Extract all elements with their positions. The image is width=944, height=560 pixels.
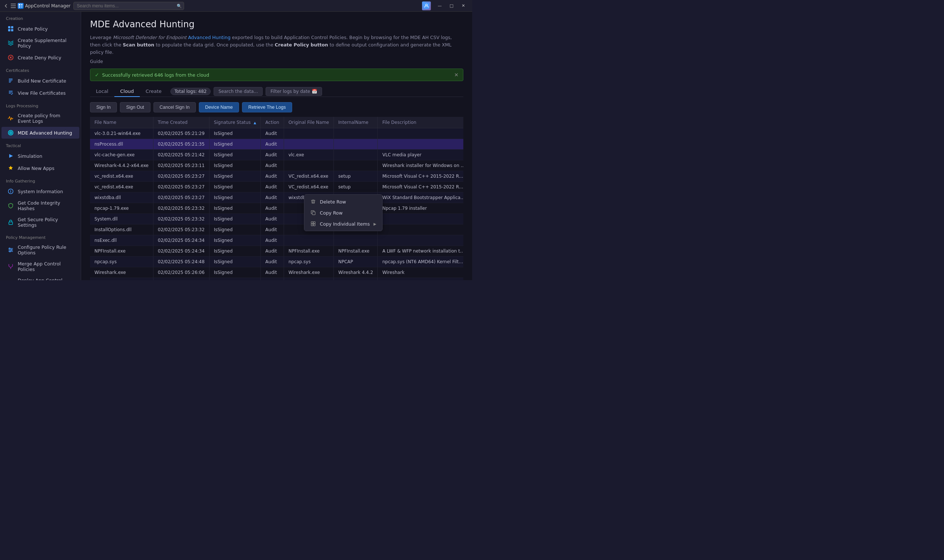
sign-in-button[interactable]: Sign In xyxy=(90,102,117,112)
tab-local[interactable]: Local xyxy=(90,86,114,97)
copy-items-icon xyxy=(310,221,316,227)
sidebar-item-configure-rules[interactable]: Configure Policy Rule Options xyxy=(2,242,79,258)
banner-close-button[interactable]: ✕ xyxy=(454,72,458,78)
cell-0: npcap-1.79.exe xyxy=(90,203,153,214)
svg-point-14 xyxy=(8,131,13,135)
sidebar-item-deploy[interactable]: Deploy App Control Policy xyxy=(2,275,79,280)
sidebar-item-label-sysinfo: System Information xyxy=(18,189,63,194)
sidebar-item-create-policy[interactable]: Create Policy xyxy=(2,23,79,35)
cell-1: 02/02/2025 05:24:34 xyxy=(153,235,209,246)
advanced-hunting-link[interactable]: Advanced Hunting xyxy=(188,35,231,40)
context-delete-row[interactable]: Delete Row xyxy=(306,196,381,207)
table-row[interactable]: npcap-1.79.exe02/02/2025 05:23:32IsSigne… xyxy=(90,203,463,214)
svg-rect-0 xyxy=(11,4,16,5)
cell-6 xyxy=(378,214,463,225)
maximize-button[interactable]: □ xyxy=(446,1,457,11)
table-row[interactable]: wixstdba.dll02/02/2025 05:23:27IsSignedA… xyxy=(90,192,463,203)
cell-6 xyxy=(378,128,463,139)
svg-rect-6 xyxy=(21,6,23,8)
col-filename[interactable]: File Name xyxy=(90,117,153,128)
cell-6: Microsoft Visual C++ 2015-2022 Redistrib… xyxy=(378,182,463,192)
retrieve-logs-button[interactable]: Retrieve The Logs xyxy=(242,102,292,112)
sidebar-item-event-logs[interactable]: Create policy from Event Logs xyxy=(2,110,79,126)
search-data-button[interactable]: Search the data... xyxy=(214,87,263,96)
cell-4: NPFInstall.exe xyxy=(284,246,333,257)
cell-0: vlc-3.0.21-win64.exe xyxy=(90,128,153,139)
close-button[interactable]: ✕ xyxy=(457,1,469,11)
cell-2: IsSigned xyxy=(209,257,261,267)
search-bar: 🔍 xyxy=(73,2,184,10)
col-time[interactable]: Time Created xyxy=(153,117,209,128)
cell-1: 02/02/2025 05:23:27 xyxy=(153,171,209,182)
table-row[interactable]: vlc-3.0.21-win64.exe02/02/2025 05:21:29I… xyxy=(90,128,463,139)
table-row[interactable]: Wireshark-4.4.2-x64.exe02/02/2025 05:23:… xyxy=(90,160,463,171)
table-row[interactable]: vlc-cache-gen.exe02/02/2025 05:21:42IsSi… xyxy=(90,150,463,160)
context-copy-individual[interactable]: Copy Individual Items ▶ xyxy=(306,218,381,229)
sidebar-item-sysinfo[interactable]: System Information xyxy=(2,185,79,197)
sidebar-item-merge[interactable]: Merge App Control Policies xyxy=(2,258,79,275)
tab-cloud[interactable]: Cloud xyxy=(114,86,140,97)
col-orig-name[interactable]: Original File Name xyxy=(284,117,333,128)
sidebar-item-allow-apps[interactable]: Allow New Apps xyxy=(2,162,79,174)
cancel-sign-in-button[interactable]: Cancel Sign In xyxy=(153,102,196,112)
guide-link[interactable]: Guide xyxy=(90,59,463,64)
table-row[interactable]: nsProcess.dll02/02/2025 05:21:35IsSigned… xyxy=(90,139,463,150)
scan-button-ref: Scan button xyxy=(123,42,154,48)
sidebar-item-code-integrity[interactable]: Get Code Integrity Hashes xyxy=(2,198,79,214)
table-row[interactable]: NPFInstall.exe02/02/2025 05:24:34IsSigne… xyxy=(90,246,463,257)
search-input[interactable] xyxy=(73,2,184,10)
cell-1: 02/02/2025 05:23:32 xyxy=(153,214,209,225)
sidebar-item-secure-settings[interactable]: Get Secure Policy Settings xyxy=(2,214,79,231)
svg-rect-1 xyxy=(11,6,16,6)
context-copy-row[interactable]: Copy Row xyxy=(306,207,381,218)
cell-4: VC_redist.x64.exe xyxy=(284,182,333,192)
col-sig-status[interactable]: Signature Status ▲ xyxy=(209,117,261,128)
data-table: File Name Time Created Signature Status … xyxy=(90,117,463,280)
table-row[interactable]: InstallOptions.dll02/02/2025 05:23:32IsS… xyxy=(90,225,463,235)
sidebar-item-simulation[interactable]: Simulation xyxy=(2,150,79,162)
table-row[interactable]: vc_redist.x64.exe02/02/2025 05:23:27IsSi… xyxy=(90,171,463,182)
sidebar-item-build-cert[interactable]: Build New Certificate xyxy=(2,75,79,87)
tab-create[interactable]: Create xyxy=(140,86,168,97)
cell-0: wixstdba.dll xyxy=(90,192,153,203)
cell-3: Audit xyxy=(261,150,284,160)
filter-date-button[interactable]: Filter logs by date 📅 xyxy=(265,87,322,96)
cell-3: Audit xyxy=(261,235,284,246)
col-action[interactable]: Action xyxy=(261,117,284,128)
sidebar-item-supplemental[interactable]: Create Supplemental Policy xyxy=(2,35,79,51)
cell-1: 02/02/2025 05:21:29 xyxy=(153,128,209,139)
cell-2: IsSigned xyxy=(209,214,261,225)
merge-icon xyxy=(8,263,14,270)
menu-button[interactable] xyxy=(10,3,16,9)
sidebar-item-mde-hunting[interactable]: MDE Advanced Hunting xyxy=(2,127,79,138)
col-description[interactable]: File Description xyxy=(378,117,463,128)
submenu-arrow-icon: ▶ xyxy=(374,222,376,226)
cell-4 xyxy=(284,139,333,150)
cell-0: Wireshark-4.4.2-x64.exe xyxy=(90,160,153,171)
svg-rect-10 xyxy=(11,26,13,28)
avatar[interactable] xyxy=(422,2,431,10)
cell-3: Audit xyxy=(261,246,284,257)
sign-out-button[interactable]: Sign Out xyxy=(120,102,151,112)
cell-2: IsSigned xyxy=(209,182,261,192)
table-row[interactable]: System.dll02/02/2025 05:23:32IsSignedAud… xyxy=(90,214,463,225)
back-button[interactable] xyxy=(3,3,9,9)
sidebar-item-deny[interactable]: Create Deny Policy xyxy=(2,52,79,63)
table-row[interactable]: libspeexdsp.dll02/02/2025 05:26:06IsSign… xyxy=(90,278,463,280)
tabs-row: Local Cloud Create Total logs: 482 Searc… xyxy=(90,86,463,97)
table-row[interactable]: Wireshark.exe02/02/2025 05:26:06IsSigned… xyxy=(90,267,463,278)
table-row[interactable]: npcap.sys02/02/2025 05:24:48IsSignedAudi… xyxy=(90,257,463,267)
page-title: MDE Advanced Hunting xyxy=(90,19,463,29)
device-name-button[interactable]: Device Name xyxy=(199,102,239,112)
table-row[interactable]: vc_redist.x64.exe02/02/2025 05:23:27IsSi… xyxy=(90,182,463,192)
titlebar: AppControl Manager 🔍 — □ ✕ xyxy=(0,0,472,12)
col-internal[interactable]: InternalName xyxy=(334,117,378,128)
sidebar-item-view-certs[interactable]: View File Certificates xyxy=(2,87,79,99)
cell-3: Audit xyxy=(261,139,284,150)
cell-5 xyxy=(334,160,378,171)
minimize-button[interactable]: — xyxy=(434,1,446,11)
cell-4 xyxy=(284,235,333,246)
sidebar-item-label-merge: Merge App Control Policies xyxy=(18,261,73,272)
table-row[interactable]: nsExec.dll02/02/2025 05:24:34IsSignedAud… xyxy=(90,235,463,246)
svg-point-15 xyxy=(9,132,12,134)
